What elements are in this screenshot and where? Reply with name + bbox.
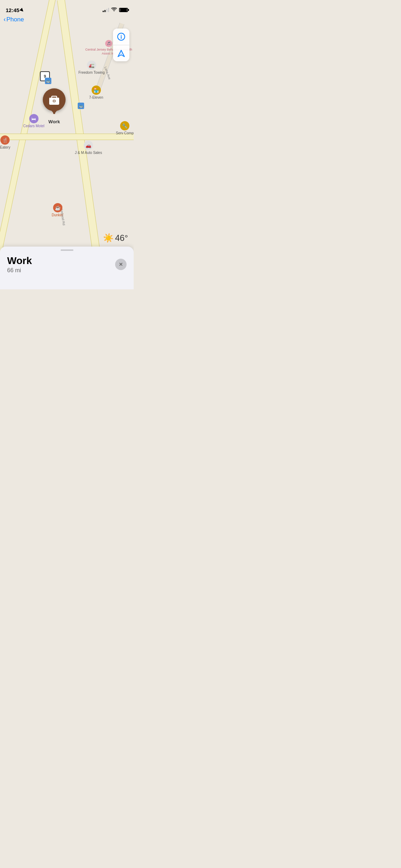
location-button[interactable]	[113, 45, 129, 61]
poi-cedars-motel-label: Cedars Motel	[23, 124, 44, 128]
weather-temperature: 46°	[115, 233, 128, 243]
svg-rect-4	[53, 100, 55, 102]
poi-7eleven-label: 7-Eleven	[89, 95, 103, 99]
back-to-phone-button[interactable]: ‹ Phone	[4, 16, 24, 23]
poi-cedars-motel-icon: 🛏	[29, 114, 38, 123]
card-content: Work 66 mi ✕	[7, 255, 127, 274]
card-title: Work	[7, 255, 32, 267]
poi-jm-auto-icon: 🚗	[84, 141, 93, 150]
weather-widget: ☀️ 46°	[103, 233, 128, 243]
status-bar: 12:45 ▶	[0, 0, 134, 16]
status-time: 12:45	[6, 7, 19, 13]
poi-service-company-label: Serv Comp	[116, 131, 134, 135]
poi-7eleven-icon: 🏪	[92, 86, 101, 95]
card-info: Work 66 mi	[7, 255, 32, 274]
wifi-icon	[111, 7, 117, 13]
status-icons	[103, 7, 128, 13]
status-time-area: 12:45 ▶	[6, 7, 24, 13]
poi-dunkin-icon: ☕	[53, 203, 62, 212]
svg-point-7	[121, 35, 122, 36]
horizontal-road	[0, 134, 134, 140]
svg-marker-9	[118, 50, 124, 57]
battery-icon	[119, 8, 128, 12]
poi-freedom-towing-label: Freedom Towing	[78, 71, 105, 74]
poi-7eleven[interactable]: 🏪 7-Eleven	[89, 86, 103, 99]
poi-central-jersey-icon: 🎵	[105, 40, 112, 47]
poi-freedom-towing[interactable]: 🚛 Freedom Towing	[78, 61, 105, 74]
card-subtitle: 66 mi	[7, 267, 32, 274]
map-controls	[113, 29, 129, 61]
bus-stop-2: 🚌	[78, 103, 84, 109]
info-button[interactable]	[113, 29, 129, 45]
poi-eatery-icon: 🍴	[0, 135, 10, 145]
weather-sun-icon: ☀️	[103, 233, 114, 243]
location-arrow-icon	[117, 50, 125, 57]
work-label: Work	[48, 119, 60, 124]
back-chevron-icon: ‹	[4, 16, 6, 23]
signal-strength-icon	[103, 8, 109, 12]
work-marker[interactable]: Work	[43, 88, 66, 124]
poi-jm-auto[interactable]: 🚗 J & M Auto Sales	[75, 141, 102, 155]
poi-dunkin[interactable]: ☕ Dunkin'	[52, 203, 63, 217]
close-button[interactable]: ✕	[115, 259, 127, 270]
poi-eatery[interactable]: 🍴 Eatery	[0, 135, 10, 149]
poi-freedom-towing-icon: 🚛	[87, 61, 96, 70]
poi-service-company-icon: 🔧	[120, 121, 129, 130]
briefcase-icon	[48, 94, 61, 105]
poi-service-company[interactable]: 🔧 Serv Comp	[116, 121, 134, 135]
info-icon	[117, 32, 125, 41]
close-icon: ✕	[119, 262, 123, 267]
work-bubble	[43, 88, 66, 111]
back-label: Phone	[6, 16, 24, 23]
map-view[interactable]: Lena Ave Lakewood Rd 9 🚌 🚌 🎵 Central Jer…	[0, 0, 134, 289]
poi-dunkin-label: Dunkin'	[52, 213, 63, 217]
poi-jm-auto-label: J & M Auto Sales	[75, 151, 102, 155]
bottom-card: Work 66 mi ✕	[0, 247, 134, 289]
location-arrow-status: ▶	[20, 7, 25, 13]
poi-cedars-motel[interactable]: 🛏 Cedars Motel	[23, 114, 44, 128]
drag-handle[interactable]	[61, 249, 73, 251]
poi-eatery-label: Eatery	[0, 145, 10, 149]
bus-stop-1: 🚌	[45, 78, 51, 84]
